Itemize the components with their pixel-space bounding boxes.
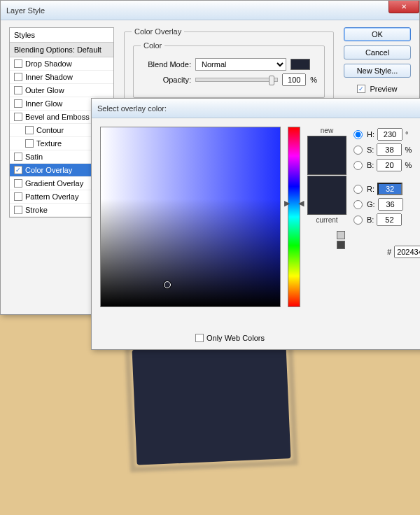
opacity-input[interactable] [282,73,306,86]
h-input[interactable] [377,128,402,141]
hex-input[interactable] [394,246,420,258]
h-radio[interactable] [354,130,363,139]
panel-inner-legend: Color [141,41,164,50]
styles-item-label: Pattern Overlay [25,192,78,201]
s-radio[interactable] [354,146,363,155]
styles-header[interactable]: Styles [10,28,113,43]
layer-style-title: Layer Style [6,6,45,15]
preview-checkbox[interactable]: ✓ [357,85,365,93]
current-label: current [316,216,337,224]
styles-item-checkbox[interactable] [14,113,22,121]
blend-mode-select[interactable]: Normal [195,58,286,71]
styles-item-label: Bevel and Emboss [25,113,90,121]
styles-item-label: Texture [36,139,62,148]
styles-item-label: Satin [25,153,43,161]
hue-slider[interactable]: ▶◀ [288,127,300,307]
picker-title: Select overlay color: [97,104,167,113]
styles-item-drop-shadow[interactable]: Drop Shadow [10,57,113,71]
r-radio[interactable] [354,185,363,194]
color-values: H: ° L: S: % a: B: % b: R: [354,127,420,341]
styles-item-checkbox[interactable] [25,126,34,134]
layer-style-titlebar[interactable]: Layer Style ✕ [1,1,419,20]
color-picker-dialog: Select overlay color: ▶◀ new current H: [91,98,420,350]
cancel-button[interactable]: Cancel [344,45,411,59]
r-input[interactable] [377,183,402,195]
styles-item-label: Inner Glow [25,99,62,108]
bval-input[interactable] [377,159,402,171]
styles-item-checkbox[interactable] [14,73,22,81]
only-web-colors-label: Only Web Colors [206,334,265,342]
blending-options-row[interactable]: Blending Options: Default [10,43,113,57]
styles-item-inner-shadow[interactable]: Inner Shadow [10,71,113,84]
new-label: new [321,127,333,134]
opacity-slider[interactable] [195,78,278,82]
panel-legend: Color Overlay [132,27,184,36]
styles-item-checkbox[interactable] [14,99,22,108]
styles-item-label: Inner Shadow [25,73,73,81]
g-radio[interactable] [354,200,363,209]
picker-titlebar[interactable]: Select overlay color: [92,99,420,118]
styles-item-outer-glow[interactable]: Outer Glow [10,84,113,97]
styles-item-checkbox[interactable] [14,179,22,188]
bval-radio[interactable] [354,161,363,170]
slider-thumb-icon[interactable] [269,76,274,85]
only-web-colors-checkbox[interactable] [195,334,204,342]
hex-label: # [387,248,391,256]
cube-icon[interactable] [337,231,345,239]
g-input[interactable] [378,198,403,211]
styles-item-label: Drop Shadow [25,59,72,68]
web-safe-icon[interactable] [337,241,345,249]
ok-button[interactable]: OK [344,27,411,41]
styles-item-label: Outer Glow [25,86,64,94]
b-input[interactable] [377,213,402,226]
b-radio[interactable] [354,216,363,225]
styles-item-label: Color Overlay [25,166,72,174]
close-icon[interactable]: ✕ [388,1,419,13]
styles-item-checkbox[interactable] [14,86,22,94]
opacity-unit: % [310,76,317,84]
styles-item-checkbox[interactable] [14,206,22,214]
styles-item-label: Stroke [25,206,48,214]
styles-item-checkbox[interactable] [14,192,22,201]
canvas-paint-sample [132,343,291,465]
styles-item-label: Contour [36,126,64,134]
styles-item-checkbox[interactable] [14,59,22,68]
new-color-swatch[interactable] [307,136,346,175]
styles-item-label: Gradient Overlay [25,179,83,188]
opacity-label: Opacity: [141,76,191,84]
overlay-color-swatch[interactable] [290,59,310,70]
styles-item-checkbox[interactable]: ✓ [14,166,22,174]
s-input[interactable] [377,143,402,156]
styles-item-checkbox[interactable] [25,139,34,148]
blend-mode-label: Blend Mode: [141,60,191,69]
hue-slider-thumb-icon[interactable]: ▶◀ [284,199,304,208]
current-color-swatch[interactable] [307,176,346,215]
color-field-cursor-icon [164,281,171,288]
styles-item-checkbox[interactable] [14,153,22,161]
new-style-button[interactable]: New Style... [344,64,411,78]
color-swatch-comparison: new current [307,127,346,341]
color-field[interactable] [100,127,281,307]
preview-label: Preview [370,85,397,93]
